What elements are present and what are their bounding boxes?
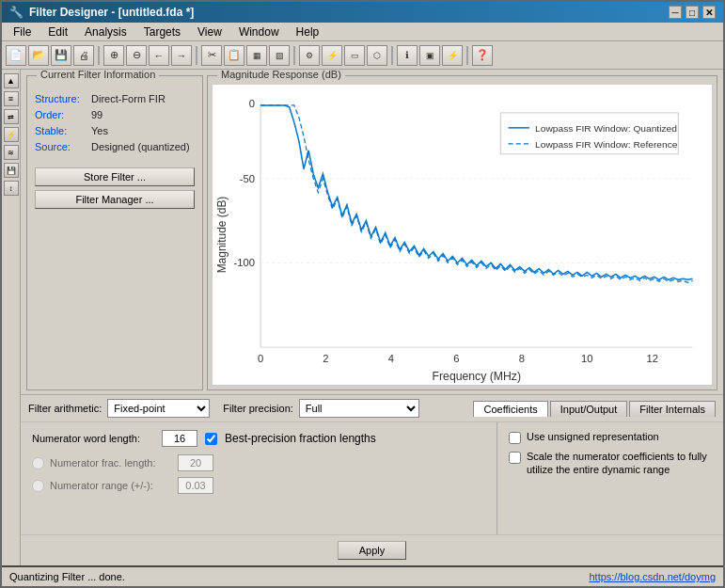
prop-structure-key: Structure: [35,93,91,104]
toolbar-forward[interactable]: → [171,45,192,66]
prop-stable: Stable: Yes [35,125,195,136]
params-left: Numerator word length: Best-precision fr… [21,422,497,534]
scale-row: Scale the numerator coefficients to full… [509,450,712,477]
filter-precision-select[interactable]: Full Specify word lengths [299,399,419,418]
toolbar-zoom-in[interactable]: ⊕ [103,45,124,66]
unsigned-row: Use unsigned representation [509,430,712,444]
window-title: Filter Designer - [untitled.fda *] [29,6,194,19]
toolbar-help[interactable]: ❓ [472,45,493,66]
menu-analysis[interactable]: Analysis [77,24,134,40]
left-icon-2[interactable]: ≡ [4,91,19,106]
magnitude-title: Magnitude Response (dB) [217,70,345,80]
tab-input-output[interactable]: Input/Output [550,401,628,417]
left-icon-3[interactable]: ⇄ [4,109,19,124]
close-button[interactable]: ✕ [702,6,716,19]
prop-structure: Structure: Direct-Form FIR [35,93,195,104]
status-message: Quantizing Filter ... done. [9,571,125,582]
content-wrapper: ▲ ≡ ⇄ ⚡ ≋ 💾 ↕ Current Filter Information… [2,70,723,565]
left-icon-6[interactable]: 💾 [4,163,19,178]
menu-help[interactable]: Help [289,24,327,40]
params-right: Use unsigned representation Scale the nu… [497,422,723,534]
toolbar-grid[interactable]: ▣ [419,45,440,66]
toolbar-sep3 [293,46,295,65]
toolbar-targets[interactable]: ⚡ [322,45,342,66]
toolbar-save[interactable]: 💾 [51,45,71,66]
status-bar: Quantizing Filter ... done. https://blog… [2,565,723,586]
svg-text:12: 12 [646,353,657,364]
filter-arithmetic-select[interactable]: Fixed-point Double-precision Single-prec… [107,399,210,418]
svg-text:0: 0 [249,98,255,109]
status-link[interactable]: https://blog.csdn.net/doymg [589,571,716,582]
filter-precision-label: Filter precision: [223,403,293,414]
titlebar: 🔧 Filter Designer - [untitled.fda *] ─ □… [2,2,723,23]
svg-text:4: 4 [388,353,394,364]
frac-length-radio[interactable] [32,457,44,469]
menu-file[interactable]: File [6,24,39,40]
magnitude-chart: 0 -50 -100 0 2 4 6 8 10 12 Fre [213,85,712,385]
filter-info-title: Current Filter Information [37,70,159,80]
toolbar-settings[interactable]: ⚙ [299,45,320,66]
toolbar-hex[interactable]: ⬡ [367,45,387,66]
toolbar-rect[interactable]: ▭ [344,45,365,66]
best-precision-checkbox[interactable] [205,433,217,445]
scale-label: Scale the numerator coefficients to full… [527,450,712,477]
toolbar-sep2 [196,46,197,65]
prop-order-val: 99 [91,109,102,120]
toolbar-open[interactable]: 📂 [28,45,49,66]
frac-length-label: Numerator frac. length: [50,457,172,469]
scale-checkbox[interactable] [509,452,521,464]
svg-text:2: 2 [323,353,328,364]
toolbar-view1[interactable]: ▦ [246,45,267,66]
menu-view[interactable]: View [190,24,229,40]
left-icon-5[interactable]: ≋ [4,145,19,160]
filter-arithmetic-row: Filter arithmetic: Fixed-point Double-pr… [21,395,723,422]
numerator-word-length-input[interactable] [162,430,197,447]
svg-text:6: 6 [453,353,459,364]
left-icon-7[interactable]: ↕ [4,181,19,196]
best-precision-label: Best-precision fraction lengths [225,432,376,445]
filter-buttons: Store Filter ... Filter Manager ... [35,167,195,209]
left-icon-4[interactable]: ⚡ [4,127,19,142]
store-filter-button[interactable]: Store Filter ... [35,167,195,186]
minimize-button[interactable]: ─ [669,6,682,19]
toolbar-new[interactable]: 📄 [6,45,26,66]
filter-info-content: Structure: Direct-Form FIR Order: 99 Sta… [27,76,202,216]
left-icon-1[interactable]: ▲ [4,73,19,88]
prop-source-val: Designed (quantized) [91,141,190,152]
prop-order-key: Order: [35,109,91,120]
filter-manager-button[interactable]: Filter Manager ... [35,190,195,209]
numerator-word-length-label: Numerator word length: [32,433,154,444]
numerator-word-length-row: Numerator word length: Best-precision fr… [32,430,485,447]
menu-targets[interactable]: Targets [136,24,188,40]
maximize-button[interactable]: □ [686,6,699,19]
toolbar-back[interactable]: ← [149,45,169,66]
filter-arithmetic-label: Filter arithmetic: [28,403,102,414]
tab-filter-internals[interactable]: Filter Internals [629,401,716,417]
toolbar-sep1 [98,46,100,65]
toolbar-print[interactable]: 🖨 [73,45,94,66]
toolbar-sep5 [466,46,468,65]
svg-text:Lowpass FIR Window: Reference: Lowpass FIR Window: Reference [535,139,678,150]
tab-coefficients[interactable]: Coefficients [473,401,547,417]
unsigned-checkbox[interactable] [509,432,521,444]
toolbar-copy[interactable]: 📋 [224,45,244,66]
current-filter-panel: Current Filter Information Structure: Di… [26,75,203,390]
toolbar-run[interactable]: ⚡ [442,45,463,66]
range-input[interactable] [178,477,213,494]
frac-length-row: Numerator frac. length: [32,454,485,471]
frac-length-input[interactable] [178,454,213,471]
svg-text:8: 8 [519,353,525,364]
app-window: 🔧 Filter Designer - [untitled.fda *] ─ □… [0,0,725,588]
svg-text:-100: -100 [233,258,254,269]
prop-source-key: Source: [35,141,91,152]
toolbar-view2[interactable]: ▧ [269,45,290,66]
menu-window[interactable]: Window [231,24,287,40]
menu-edit[interactable]: Edit [40,24,75,40]
titlebar-controls: ─ □ ✕ [669,6,716,19]
toolbar-info[interactable]: ℹ [397,45,418,66]
toolbar-zoom-out[interactable]: ⊖ [126,45,147,66]
apply-button[interactable]: Apply [338,541,407,560]
range-radio[interactable] [32,480,44,492]
svg-text:-50: -50 [240,173,255,184]
toolbar-cut[interactable]: ✂ [201,45,222,66]
